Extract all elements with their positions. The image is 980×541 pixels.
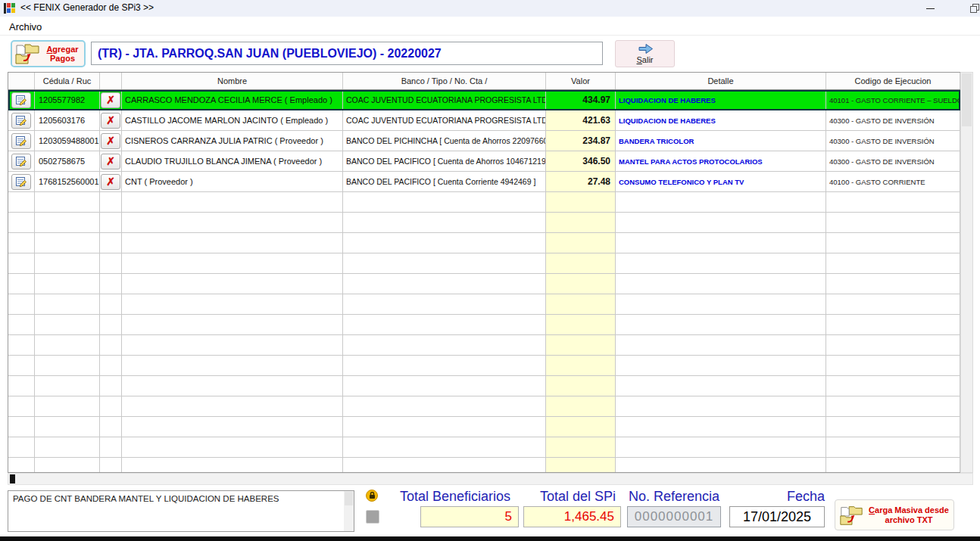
edit-row-button[interactable] — [11, 174, 31, 190]
cell-valor — [546, 213, 616, 233]
cell-valor — [546, 233, 616, 253]
header-codigo[interactable]: Codigo de Ejecucion — [826, 73, 960, 89]
cell-nombre: CNT ( Proveedor ) — [122, 172, 343, 192]
cell-edit — [8, 294, 35, 315]
cell-banco — [343, 437, 546, 458]
cell-nombre: CASTILLO JACOME MARLON JACINTO ( Emplead… — [122, 110, 343, 131]
payment-description-memo[interactable]: PAGO DE CNT BANDERA MANTEL Y LIQUIDACION… — [8, 490, 354, 532]
cell-banco — [343, 253, 546, 274]
cell-delete: ✗ — [100, 90, 122, 110]
cell-nombre — [122, 458, 343, 473]
memo-scrollbar[interactable] — [344, 491, 354, 531]
horizontal-scrollbar[interactable] — [8, 473, 973, 485]
cell-nombre: CLAUDIO TRUJILLO BLANCA JIMENA ( Proveed… — [122, 151, 343, 172]
cell-detalle — [616, 417, 826, 437]
cell-cedula — [35, 356, 100, 376]
table-row[interactable]: 1768152560001✗CNT ( Proveedor )BANCO DEL… — [8, 172, 960, 192]
cell-banco — [343, 315, 546, 335]
table-row[interactable]: 1205577982✗CARRASCO MENDOZA CECILIA MERC… — [8, 90, 960, 110]
minimize-button[interactable] — [913, 0, 947, 17]
cell-delete — [100, 376, 122, 396]
agregar-pagos-button[interactable]: Agregar Pagos — [11, 40, 86, 67]
header-cedula[interactable]: Cédula / Ruc — [35, 73, 100, 89]
delete-x-icon: ✗ — [106, 176, 115, 187]
cell-edit — [8, 335, 35, 356]
cell-valor — [546, 396, 616, 417]
vertical-scrollbar[interactable] — [960, 72, 973, 473]
memo-scrollbar-thumb[interactable] — [345, 492, 353, 505]
horizontal-scrollbar-thumb[interactable] — [10, 474, 15, 483]
empty-table-row[interactable] — [8, 192, 960, 213]
fecha-field[interactable]: 17/01/2025 — [729, 506, 825, 527]
edit-row-button[interactable] — [11, 133, 31, 149]
menu-archivo[interactable]: Archivo — [6, 20, 45, 34]
cell-detalle — [616, 437, 826, 458]
empty-table-row[interactable] — [8, 417, 960, 437]
empty-table-row[interactable] — [8, 294, 960, 315]
salir-button[interactable]: Salir — [615, 40, 675, 67]
minimize-icon — [926, 8, 935, 9]
cell-edit — [8, 213, 35, 233]
table-row[interactable]: 0502758675✗CLAUDIO TRUJILLO BLANCA JIMEN… — [8, 151, 960, 172]
cell-delete — [100, 356, 122, 376]
edit-row-button[interactable] — [11, 154, 31, 169]
carga-line2: archivo TXT — [864, 515, 953, 525]
delete-row-button[interactable]: ✗ — [101, 154, 120, 169]
delete-row-button[interactable]: ✗ — [101, 174, 120, 190]
header-banco[interactable]: Banco / Tipo / No. Cta / — [343, 73, 546, 89]
empty-table-row[interactable] — [8, 335, 960, 356]
menu-bar: Archivo — [0, 17, 980, 36]
empty-table-row[interactable] — [8, 356, 960, 376]
edit-row-button[interactable] — [11, 92, 31, 108]
vertical-scrollbar-thumb[interactable] — [962, 73, 972, 126]
empty-table-row[interactable] — [8, 458, 960, 473]
empty-table-row[interactable] — [8, 233, 960, 253]
cell-codigo — [826, 192, 960, 213]
carga-masiva-button[interactable]: Carga Masiva desde archivo TXT — [835, 499, 954, 530]
cell-nombre — [122, 192, 343, 213]
delete-row-button[interactable]: ✗ — [101, 113, 120, 129]
edit-form-icon — [15, 156, 27, 167]
empty-table-row[interactable] — [8, 437, 960, 458]
header-detalle[interactable]: Detalle — [616, 73, 826, 89]
cell-nombre — [122, 233, 343, 253]
cell-delete — [100, 335, 122, 356]
cell-codigo — [826, 437, 960, 458]
cell-cedula — [35, 335, 100, 356]
cell-banco — [343, 458, 546, 473]
cell-detalle — [616, 294, 826, 315]
empty-table-row[interactable] — [8, 315, 960, 335]
edit-row-button[interactable] — [11, 113, 31, 129]
header-nombre[interactable]: Nombre — [122, 73, 343, 89]
cell-edit — [8, 274, 35, 294]
edit-form-icon — [15, 135, 27, 147]
cell-valor — [546, 274, 616, 294]
cell-nombre — [122, 437, 343, 458]
cell-cedula — [35, 294, 100, 315]
cell-banco: COAC JUVENTUD ECUATORIANA PROGRESISTA LT… — [343, 90, 546, 110]
restore-button[interactable] — [963, 0, 980, 17]
cell-codigo: 40300 - GASTO DE INVERSIÓN — [826, 110, 960, 131]
cell-detalle — [616, 335, 826, 356]
status-square — [366, 510, 379, 524]
cell-cedula: 1768152560001 — [35, 172, 100, 192]
entity-field[interactable]: (TR) - JTA. PARROQ.SAN JUAN (PUEBLOVIEJO… — [91, 42, 603, 65]
cell-delete — [100, 274, 122, 294]
referencia-label: No. Referencia — [626, 489, 723, 505]
empty-table-row[interactable] — [8, 274, 960, 294]
cell-valor: 346.50 — [546, 151, 616, 172]
empty-table-row[interactable] — [8, 253, 960, 274]
table-row[interactable]: 1205603176✗CASTILLO JACOME MARLON JACINT… — [8, 110, 960, 131]
header-valor[interactable]: Valor — [546, 73, 616, 89]
cell-nombre — [122, 376, 343, 396]
cell-valor — [546, 458, 616, 473]
empty-table-row[interactable] — [8, 213, 960, 233]
table-row[interactable]: 1203059488001✗CISNEROS CARRANZA JULIA PA… — [8, 131, 960, 151]
cell-valor — [546, 294, 616, 315]
toolbar: Agregar Pagos (TR) - JTA. PARROQ.SAN JUA… — [0, 36, 980, 72]
delete-row-button[interactable]: ✗ — [101, 133, 120, 149]
empty-table-row[interactable] — [8, 396, 960, 417]
delete-row-button[interactable]: ✗ — [101, 92, 120, 108]
cell-codigo — [826, 294, 960, 315]
empty-table-row[interactable] — [8, 376, 960, 396]
